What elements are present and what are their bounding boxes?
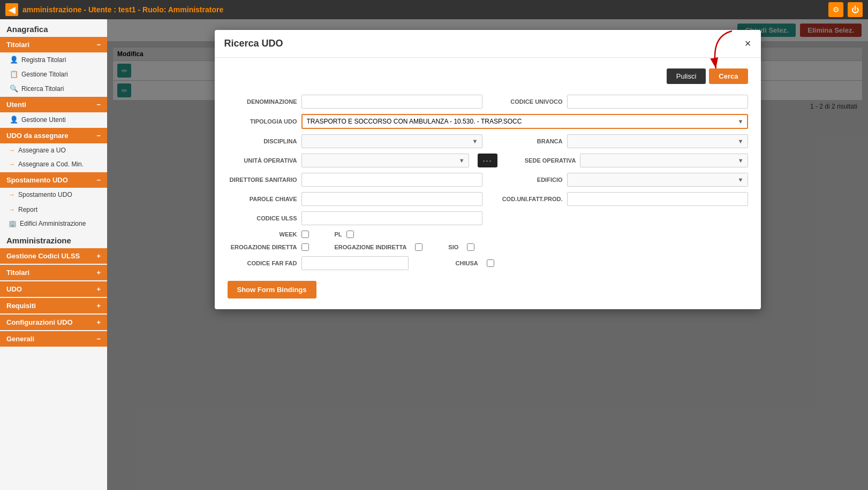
uo-label: UNITÀ OPERATIVA bbox=[228, 157, 297, 164]
sede-select[interactable] bbox=[580, 154, 748, 167]
form-row-codice-ulss: CODICE ULSS bbox=[228, 211, 482, 225]
arrow-icon: → bbox=[9, 147, 15, 154]
edificio-wrapper: ▼ bbox=[567, 173, 748, 187]
sidebar-group-header-udo[interactable]: UDO + bbox=[0, 281, 107, 297]
app-title: amministrazione - Utente : test1 - Ruolo… bbox=[22, 5, 223, 14]
modal-close-button[interactable]: × bbox=[745, 37, 751, 50]
chiusa-checkbox[interactable] bbox=[487, 259, 494, 267]
sidebar-item-registra-titolari[interactable]: 👤 Registra Titolari bbox=[0, 52, 107, 67]
edificio-select[interactable] bbox=[567, 173, 748, 187]
codice-far-fad-label: CODICE FAR FAD bbox=[228, 260, 297, 266]
expand-icon: + bbox=[96, 269, 101, 277]
main-layout: Anagrafica Titolari − 👤 Registra Titolar… bbox=[0, 19, 868, 490]
sidebar-group-titolari-bottom: Titolari + bbox=[0, 265, 107, 280]
direttore-input[interactable] bbox=[301, 173, 482, 187]
pulisci-button[interactable]: Pulisci bbox=[667, 68, 706, 84]
show-form-bindings-button[interactable]: Show Form Bindings bbox=[228, 281, 316, 298]
form-grid: DENOMINAZIONE CODICE UNIVOCO bbox=[228, 95, 748, 109]
sidebar-item-label: Assegnare a Cod. Min. bbox=[18, 160, 84, 168]
show-bindings-container: Show Form Bindings bbox=[228, 272, 748, 298]
branca-select[interactable] bbox=[567, 134, 748, 148]
cerca-button[interactable]: Cerca bbox=[709, 68, 748, 84]
sidebar-group-udo-assegnare: UDO da assegnare − → Assegnare a UO → As… bbox=[0, 128, 107, 171]
sidebar-group-header-titolari[interactable]: Titolari − bbox=[0, 37, 107, 52]
tipologia-udo-select[interactable]: TRASPORTO E SOCCORSO CON AMBULANZA - 10.… bbox=[301, 114, 748, 129]
sidebar-group-header-requisiti[interactable]: Requisiti + bbox=[0, 298, 107, 313]
cod-uni-input[interactable] bbox=[567, 192, 748, 206]
label: Titolari bbox=[6, 269, 29, 277]
sidebar-item-spostamento-udo[interactable]: → Spostamento UDO bbox=[0, 188, 107, 202]
erogazione-diretta-checkbox[interactable] bbox=[301, 243, 309, 251]
top-bar: ◀ amministrazione - Utente : test1 - Ruo… bbox=[0, 0, 868, 19]
sidebar-item-report[interactable]: → Report bbox=[0, 203, 107, 217]
collapse-icon-spostamento: − bbox=[96, 176, 101, 184]
sidebar-group-utenti: Utenti − 👤 Gestione Utenti bbox=[0, 97, 107, 127]
pl-label: PL bbox=[335, 231, 342, 238]
power-icon-btn[interactable]: ⏻ bbox=[848, 2, 863, 17]
sidebar-item-ricerca-titolari[interactable]: 🔍 Ricerca Titolari bbox=[0, 81, 107, 96]
collapse-icon-udo-assegnare: − bbox=[96, 132, 101, 140]
sidebar-item-gestione-titolari[interactable]: 📋 Gestione Titolari bbox=[0, 67, 107, 81]
pl-checkbox[interactable] bbox=[346, 231, 354, 238]
sidebar-group-header-generali[interactable]: Generali − bbox=[0, 331, 107, 347]
collapse-icon-titolari: − bbox=[96, 41, 101, 49]
sidebar-item-edifici[interactable]: 🏢 Edifici Amministrazione bbox=[0, 217, 107, 231]
direttore-label: DIRETTORE SANITARIO bbox=[228, 177, 297, 183]
form-row-edificio: EDIFICIO ▼ bbox=[493, 173, 748, 187]
form-row-pl-empty bbox=[493, 231, 748, 238]
form-row-erogazione: EROGAZIONE DIRETTA EROGAZIONE INDIRETTA … bbox=[228, 243, 748, 251]
denominazione-input[interactable] bbox=[301, 95, 482, 109]
codice-far-fad-input[interactable] bbox=[301, 256, 409, 270]
form-row-parole-cod: PAROLE CHIAVE COD.UNI.FATT.PROD. bbox=[228, 192, 748, 206]
form-row-uo-sede: UNITÀ OPERATIVA ▼ ··· SEDE OPERATIVA bbox=[228, 154, 748, 167]
sidebar-group-header-utenti[interactable]: Utenti − bbox=[0, 97, 107, 112]
form-row-empty bbox=[493, 211, 748, 225]
sidebar-group-gestione-codici: Gestione Codici ULSS + bbox=[0, 248, 107, 264]
dots-button[interactable]: ··· bbox=[478, 154, 498, 167]
week-checkbox[interactable] bbox=[301, 231, 309, 238]
form-row-parole: PAROLE CHIAVE bbox=[228, 192, 482, 206]
uo-select[interactable] bbox=[301, 154, 469, 167]
arrow-icon-3: → bbox=[9, 191, 15, 198]
sio-checkbox[interactable] bbox=[467, 243, 474, 251]
modal-header: Ricerca UDO × bbox=[215, 30, 761, 58]
cod-uni-label: COD.UNI.FATT.PROD. bbox=[493, 196, 563, 202]
main-content: Chiudi Selez. Elimina Selez. Modifica El… bbox=[107, 19, 868, 490]
tipologia-udo-label: TIPOLOGIA UDO bbox=[228, 118, 297, 125]
parole-input[interactable] bbox=[301, 192, 482, 206]
sidebar-group-header-titolari-bottom[interactable]: Titolari + bbox=[0, 265, 107, 280]
form-row-cod-uni: COD.UNI.FATT.PROD. bbox=[493, 192, 748, 206]
expand-icon: + bbox=[96, 302, 101, 310]
sidebar-group-header-gestione-codici[interactable]: Gestione Codici ULSS + bbox=[0, 248, 107, 264]
label: Gestione Codici ULSS bbox=[6, 252, 80, 260]
sidebar-item-assegnare-cod[interactable]: → Assegnare a Cod. Min. bbox=[0, 157, 107, 171]
sidebar-group-requisiti: Requisiti + bbox=[0, 298, 107, 313]
sidebar-item-label: Gestione Utenti bbox=[21, 116, 66, 124]
sede-label: SEDE OPERATIVA bbox=[506, 157, 576, 164]
form-row-direttore: DIRETTORE SANITARIO bbox=[228, 173, 482, 187]
sidebar-group-generali: Generali − bbox=[0, 331, 107, 347]
sidebar-group-header-spostamento[interactable]: Spostamento UDO − bbox=[0, 172, 107, 188]
chiusa-label: CHIUSA bbox=[456, 260, 478, 266]
codice-ulss-input[interactable] bbox=[301, 211, 482, 225]
codice-ulss-label: CODICE ULSS bbox=[228, 215, 297, 221]
disciplina-select[interactable] bbox=[301, 134, 482, 148]
sidebar-group-header-udo-assegnare[interactable]: UDO da assegnare − bbox=[0, 128, 107, 143]
clipboard-icon: 📋 bbox=[10, 70, 18, 78]
modal-top-buttons: Pulisci Cerca bbox=[228, 68, 748, 84]
erogazione-indiretta-checkbox[interactable] bbox=[415, 243, 422, 251]
sidebar-group-label-udo-assegnare: UDO da assegnare bbox=[6, 132, 69, 140]
sidebar-item-assegnare-uo[interactable]: → Assegnare a UO bbox=[0, 143, 107, 157]
expand-icon: + bbox=[96, 252, 101, 260]
uo-wrapper: ▼ bbox=[301, 154, 469, 167]
sidebar-item-gestione-utenti[interactable]: 👤 Gestione Utenti bbox=[0, 112, 107, 127]
menu-toggle-icon[interactable]: ◀ bbox=[5, 3, 18, 16]
sidebar-item-label: Registra Titolari bbox=[21, 56, 66, 64]
sidebar: Anagrafica Titolari − 👤 Registra Titolar… bbox=[0, 19, 107, 490]
sidebar-group-header-configurazioni[interactable]: Configurazioni UDO + bbox=[0, 315, 107, 330]
settings-icon-btn[interactable]: ⚙ bbox=[828, 2, 843, 17]
sidebar-section-amministrazione: Amministrazione bbox=[0, 231, 107, 248]
sidebar-group-titolari: Titolari − 👤 Registra Titolari 📋 Gestion… bbox=[0, 37, 107, 96]
sidebar-group-spostamento: Spostamento UDO − → Spostamento UDO bbox=[0, 172, 107, 202]
codice-univoco-input[interactable] bbox=[567, 95, 748, 109]
